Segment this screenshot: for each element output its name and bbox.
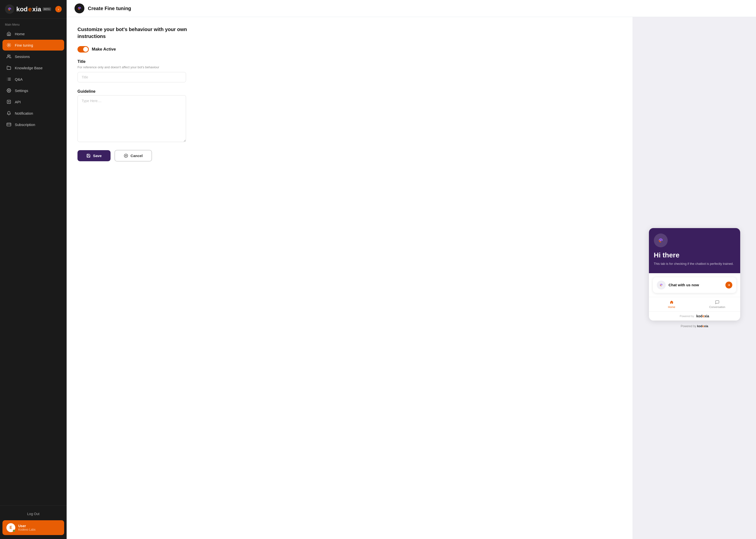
- sidebar-section-label: Main Menu: [0, 19, 67, 28]
- sidebar-item-label: Settings: [15, 89, 28, 93]
- tune-icon: [6, 43, 11, 47]
- bell-icon: [6, 111, 11, 116]
- chat-logo: [654, 234, 668, 247]
- online-indicator: [13, 530, 15, 532]
- sidebar-item-home[interactable]: Home: [2, 28, 64, 39]
- page-title: Create Fine tuning: [88, 6, 131, 11]
- folder-icon: [6, 65, 11, 70]
- user-name: User: [18, 524, 36, 528]
- chat-cta-icon: [657, 280, 666, 289]
- sessions-icon: [6, 54, 11, 59]
- sidebar-item-knowledge-base[interactable]: Knowledge Base: [2, 62, 64, 73]
- home-tab-label: Home: [668, 305, 675, 308]
- cancel-icon: [124, 154, 128, 158]
- chat-header: Hi there This tab is for checking if the…: [649, 228, 740, 273]
- toggle-label: Make Active: [92, 47, 116, 52]
- svg-point-18: [661, 284, 662, 285]
- conversation-tab-label: Conversation: [709, 305, 725, 308]
- collapse-button[interactable]: ‹: [55, 6, 62, 12]
- user-card[interactable]: E User Kodexo Labs: [2, 520, 64, 535]
- home-tab-icon: [669, 300, 674, 304]
- sidebar-item-label: Subscription: [15, 122, 35, 127]
- sidebar-bottom: Log Out E User Kodexo Labs: [0, 505, 67, 539]
- main-content: Create Fine tuning Customize your bot's …: [67, 0, 756, 539]
- chat-cta[interactable]: Chat with us now: [653, 277, 736, 293]
- header: Create Fine tuning: [67, 0, 756, 17]
- sidebar-item-label: Q&A: [15, 77, 23, 81]
- svg-point-0: [9, 9, 10, 10]
- title-label: Title: [77, 59, 622, 64]
- sidebar-item-label: Notification: [15, 111, 33, 116]
- sidebar: kodexiaBETA ‹ Main Menu Home Fine tuning…: [0, 0, 67, 539]
- sidebar-item-sessions[interactable]: Sessions: [2, 51, 64, 62]
- tab-home[interactable]: Home: [649, 297, 695, 311]
- svg-point-1: [8, 44, 10, 46]
- sidebar-item-fine-tuning[interactable]: Fine tuning: [2, 40, 64, 50]
- svg-point-17: [660, 240, 661, 241]
- chat-cta-text: Chat with us now: [669, 283, 722, 287]
- sidebar-item-settings[interactable]: Settings: [2, 85, 64, 96]
- logout-button[interactable]: Log Out: [2, 509, 64, 518]
- title-section: Title For reference only and doesn't aff…: [77, 59, 622, 82]
- user-info: User Kodexo Labs: [18, 524, 36, 531]
- save-button[interactable]: Save: [77, 150, 111, 161]
- cancel-label: Cancel: [131, 154, 142, 158]
- sidebar-item-subscription[interactable]: Subscription: [2, 119, 64, 130]
- sidebar-item-label: API: [15, 100, 21, 104]
- preview-panel: Hi there This tab is for checking if the…: [633, 17, 756, 539]
- sidebar-item-label: Sessions: [15, 54, 30, 59]
- home-icon: [6, 31, 11, 36]
- svg-rect-11: [7, 123, 11, 126]
- logo-area: kodexiaBETA ‹: [0, 0, 67, 19]
- settings-icon: [6, 88, 11, 93]
- card-icon: [6, 122, 11, 127]
- svg-point-9: [8, 90, 10, 91]
- user-org: Kodexo Labs: [18, 528, 36, 531]
- title-hint: For reference only and doesn't affect yo…: [77, 65, 622, 69]
- api-icon: [6, 99, 11, 104]
- content-area: Customize your bot's behaviour with your…: [67, 17, 756, 539]
- save-icon: [86, 154, 91, 158]
- save-label: Save: [93, 154, 102, 158]
- widget-powered-by: Powered by kodexia: [649, 311, 740, 321]
- sidebar-item-notification[interactable]: Notification: [2, 108, 64, 118]
- make-active-toggle[interactable]: [77, 46, 89, 52]
- chat-widget: Hi there This tab is for checking if the…: [649, 228, 740, 320]
- logo: kodexiaBETA: [5, 4, 51, 14]
- cancel-button[interactable]: Cancel: [115, 150, 152, 162]
- guideline-section: Guideline: [77, 89, 622, 143]
- chat-tagline: This tab is for checking if the chatbot …: [654, 262, 734, 266]
- guideline-label: Guideline: [77, 89, 622, 94]
- logo-icon: [5, 4, 14, 14]
- chat-cta-button[interactable]: [725, 281, 732, 288]
- beta-badge: BETA: [43, 7, 51, 11]
- sidebar-nav: Home Fine tuning Sessions Knowledge Base: [0, 28, 67, 505]
- sidebar-item-api[interactable]: API: [2, 96, 64, 107]
- qna-icon: [6, 77, 11, 82]
- chat-body: Chat with us now: [649, 273, 740, 297]
- form-subtitle: Customize your bot's behaviour with your…: [77, 26, 191, 40]
- header-icon: [74, 3, 84, 13]
- sidebar-item-label: Knowledge Base: [15, 66, 43, 70]
- sidebar-item-qna[interactable]: Q&A: [2, 74, 64, 85]
- conversation-tab-icon: [715, 300, 719, 304]
- title-input[interactable]: [77, 72, 186, 82]
- sidebar-item-label: Home: [15, 32, 25, 36]
- avatar: E: [6, 523, 15, 532]
- preview-powered-by: Powered by kodexia: [681, 325, 708, 328]
- guideline-textarea[interactable]: [77, 95, 186, 142]
- svg-point-2: [8, 55, 9, 56]
- svg-point-13: [79, 8, 80, 9]
- tab-conversation[interactable]: Conversation: [695, 297, 740, 311]
- form-area: Customize your bot's behaviour with your…: [67, 17, 633, 539]
- chat-greeting: Hi there: [654, 251, 680, 259]
- button-row: Save Cancel: [77, 150, 622, 162]
- toggle-row: Make Active: [77, 46, 622, 52]
- chat-footer-tabs: Home Conversation: [649, 297, 740, 311]
- sidebar-item-label: Fine tuning: [15, 43, 33, 47]
